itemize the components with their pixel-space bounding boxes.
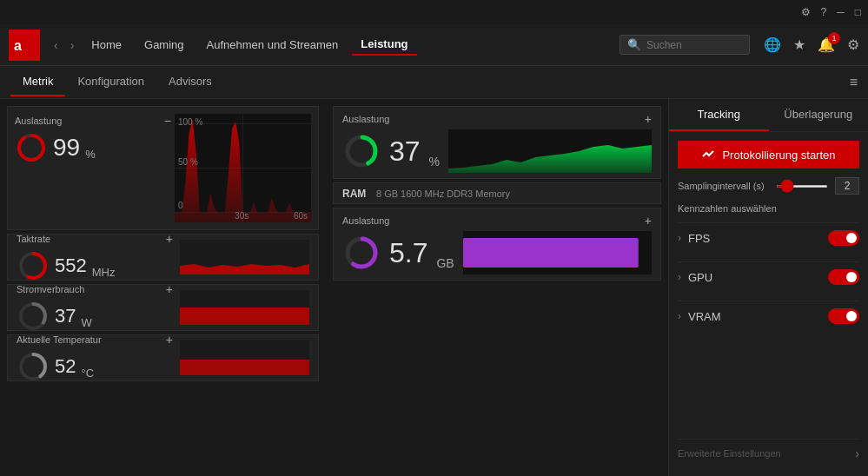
sampling-value: 2 bbox=[835, 177, 859, 195]
strom-unit: W bbox=[81, 316, 91, 329]
taktrate-chart-svg bbox=[180, 240, 309, 274]
sampling-label: Samplingintervall (s) bbox=[678, 181, 769, 191]
fps-label: FPS bbox=[688, 232, 821, 245]
left-panel: Auslastung − 99 % 100 % 50 % 0 30s 60s bbox=[0, 99, 326, 476]
gpu-chart bbox=[448, 129, 652, 173]
auslastung-value: 99 bbox=[53, 134, 80, 162]
chart-60s-label: 60s bbox=[294, 211, 308, 221]
ram-label: RAM bbox=[342, 188, 366, 200]
ram-auslastung-plus[interactable]: + bbox=[645, 214, 652, 228]
settings-small-icon[interactable]: ⚙ bbox=[801, 6, 811, 18]
search-bar[interactable]: 🔍 bbox=[620, 35, 750, 55]
amd-logo: a bbox=[9, 30, 40, 61]
temp-chart-svg bbox=[180, 340, 309, 375]
tab-ueberlagerung[interactable]: Überlagerung bbox=[769, 99, 869, 131]
gear-icon[interactable]: ⚙ bbox=[847, 36, 859, 53]
nav-aufnehmen[interactable]: Aufnehmen und Streamen bbox=[198, 35, 348, 55]
notification-icon[interactable]: 🔔 1 bbox=[818, 36, 835, 53]
chart-0-label: 0 bbox=[178, 201, 183, 210]
taktrate-plus[interactable]: + bbox=[166, 232, 173, 246]
gpu-value: 37 bbox=[389, 136, 421, 168]
strom-title: Stromverbrauch bbox=[17, 284, 84, 294]
gpu-auslastung-card: Auslastung + 37 % bbox=[333, 106, 661, 179]
erweitert-arrow-icon: › bbox=[855, 446, 859, 460]
auslastung-gauge bbox=[15, 131, 48, 164]
toggle-gpu[interactable]: › GPU bbox=[678, 261, 859, 292]
svg-rect-16 bbox=[180, 360, 309, 375]
erweitert-label: Erweiterte Einstellungen bbox=[678, 448, 781, 459]
tab-konfiguration[interactable]: Konfiguration bbox=[65, 68, 156, 96]
strom-gauge bbox=[17, 300, 50, 333]
fps-toggle[interactable] bbox=[828, 230, 859, 246]
auslastung-chart-svg bbox=[175, 114, 311, 222]
tab-advisors[interactable]: Advisors bbox=[156, 68, 224, 96]
temp-chart bbox=[180, 340, 309, 375]
toggle-vram[interactable]: › VRAM bbox=[678, 301, 859, 331]
svg-point-2 bbox=[19, 136, 43, 160]
strom-chart-svg bbox=[180, 290, 309, 325]
nav-leistung[interactable]: Leistung bbox=[352, 34, 416, 56]
notification-badge: 1 bbox=[828, 32, 840, 44]
question-small-icon[interactable]: ? bbox=[821, 6, 827, 18]
back-button[interactable]: ‹ bbox=[50, 35, 62, 56]
taktrate-value: 552 bbox=[55, 255, 87, 277]
taktrate-title: Taktrate bbox=[17, 234, 50, 244]
temp-plus[interactable]: + bbox=[166, 333, 173, 347]
ram-chart bbox=[463, 231, 652, 274]
auslastung-title: Auslastung bbox=[15, 116, 62, 126]
temp-title: Aktuelle Temperatur bbox=[17, 334, 102, 345]
maximize-icon[interactable]: □ bbox=[855, 6, 861, 18]
nav-home[interactable]: Home bbox=[83, 35, 130, 55]
auslastung-minus[interactable]: − bbox=[164, 114, 171, 128]
erweitert-row[interactable]: Erweiterte Einstellungen › bbox=[678, 439, 859, 467]
kennzahlen-label: Kennzahlen auswählen bbox=[678, 203, 859, 214]
tab-tracking[interactable]: Tracking bbox=[669, 99, 769, 131]
strom-chart bbox=[180, 290, 309, 325]
auslastung-big-chart: 100 % 50 % 0 30s 60s bbox=[175, 114, 311, 222]
title-bar: ⚙ ? ─ □ bbox=[0, 0, 868, 24]
protokoll-label: Protokollierung starten bbox=[722, 149, 835, 162]
temp-card: Aktuelle Temperatur + 52 °C bbox=[7, 334, 319, 381]
gpu-auslastung-plus[interactable]: + bbox=[645, 112, 652, 126]
gpu-gauge bbox=[342, 132, 381, 170]
forward-button[interactable]: › bbox=[67, 35, 78, 56]
ram-gauge bbox=[342, 234, 381, 272]
search-input[interactable] bbox=[646, 39, 742, 51]
svg-rect-22 bbox=[463, 238, 639, 268]
temp-unit: °C bbox=[81, 367, 94, 380]
tab-metrik[interactable]: Metrik bbox=[10, 68, 65, 96]
nav-bar: a ‹ › Home Gaming Aufnehmen und Streamen… bbox=[0, 24, 868, 66]
vram-label: VRAM bbox=[688, 310, 821, 323]
middle-panel: Auslastung + 37 % bbox=[326, 99, 668, 476]
gpu-unit: % bbox=[429, 155, 440, 169]
ram-value: 5.7 bbox=[389, 237, 427, 269]
temp-gauge bbox=[17, 350, 50, 383]
gpu-toggle[interactable] bbox=[828, 269, 859, 285]
tab-bar: Metrik Konfiguration Advisors ≡ bbox=[0, 66, 868, 99]
svg-text:a: a bbox=[14, 38, 22, 53]
gpu-chevron-icon: › bbox=[678, 271, 681, 283]
strom-plus[interactable]: + bbox=[166, 282, 173, 296]
auslastung-unit: % bbox=[85, 148, 96, 161]
vram-toggle[interactable] bbox=[828, 308, 859, 324]
vram-chevron-icon: › bbox=[678, 310, 681, 322]
chart-50-label: 50 % bbox=[178, 157, 198, 167]
ram-spec: 8 GB 1600 MHz DDR3 Memory bbox=[376, 188, 510, 199]
bookmark-icon[interactable]: ★ bbox=[793, 36, 805, 53]
gpu-auslastung-title: Auslastung bbox=[342, 114, 389, 124]
protokoll-button[interactable]: Protokollierung starten bbox=[678, 141, 859, 169]
sampling-slider[interactable] bbox=[776, 185, 828, 188]
ram-unit: GB bbox=[436, 256, 454, 270]
temp-value: 52 bbox=[55, 355, 76, 378]
globe-icon[interactable]: 🌐 bbox=[764, 36, 781, 53]
auslastung-card: Auslastung − 99 % 100 % 50 % 0 30s 60s bbox=[7, 106, 319, 230]
taktrate-chart bbox=[180, 240, 309, 274]
right-content: Protokollierung starten Samplinginterval… bbox=[669, 132, 868, 476]
svg-marker-10 bbox=[180, 264, 309, 274]
ram-auslastung-card: Auslastung + 5.7 GB bbox=[333, 208, 661, 281]
toggle-fps[interactable]: › FPS bbox=[678, 222, 859, 253]
nav-gaming[interactable]: Gaming bbox=[136, 35, 193, 55]
menu-icon[interactable]: ≡ bbox=[850, 75, 858, 90]
minimize-icon[interactable]: ─ bbox=[837, 6, 845, 18]
gpu-toggle-label: GPU bbox=[688, 271, 821, 284]
